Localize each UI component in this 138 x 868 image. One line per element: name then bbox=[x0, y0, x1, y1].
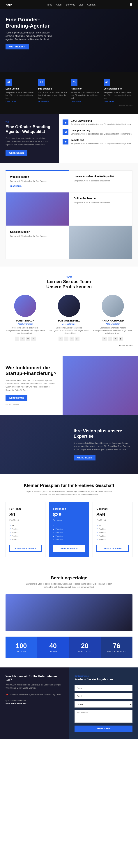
service-4-title: Sozialen Medien bbox=[10, 230, 64, 233]
step-2-number: 02 bbox=[38, 79, 45, 86]
contact-phone-label: Quick-Support-Nummer (+99 6904 5698 56) bbox=[5, 700, 63, 705]
branding-item-3-text: Sample text. Click to select the text bo… bbox=[71, 142, 132, 145]
stats-section: Beratungserfolge Sample text. Click to s… bbox=[0, 566, 138, 668]
twitter-icon-2[interactable]: t bbox=[64, 337, 68, 341]
step-4-title: Gestaltungslinien bbox=[104, 88, 133, 90]
step-1-link[interactable]: LESE MEHR bbox=[5, 100, 35, 102]
pricing-team-btn[interactable]: Kostenlos hochladen bbox=[9, 545, 42, 552]
team-credit: Bild von Unsplash bbox=[5, 345, 133, 346]
branding-item-2: ▣ Datenplatzierung Sample text. Click to… bbox=[62, 129, 134, 135]
team-section: Team Lernen Sie das TeamUnsere Profis ke… bbox=[0, 267, 138, 356]
form-select-field: Wähle bbox=[75, 701, 133, 708]
service-image-1 bbox=[6, 192, 69, 225]
service-1-title: Website design bbox=[10, 175, 64, 178]
youtube-icon-3[interactable]: ▶ bbox=[119, 337, 123, 341]
startup-btn[interactable]: WEITERLESEN bbox=[5, 395, 27, 401]
service-image-2 bbox=[69, 226, 132, 259]
twitter-icon-3[interactable]: t bbox=[108, 337, 112, 341]
pricing-section: Kleiner Preisplan für Ihr kreatives Gesc… bbox=[0, 474, 138, 566]
pricing-header: Kleiner Preisplan für Ihr kreatives Gesc… bbox=[5, 483, 133, 496]
team-name-1: MARIA BRAUN bbox=[5, 319, 45, 322]
steps-section: 01 Logo Design Sample text. Click to sel… bbox=[0, 72, 138, 114]
team-member-2: BOB GREENFIELD Geschäftsführer Über sein… bbox=[49, 295, 89, 341]
form-select[interactable]: Wähle bbox=[75, 701, 133, 708]
service-2-text: Sample text. Click to select the Text El… bbox=[74, 179, 128, 182]
contact-right-title: Fordern Sie ein Angebot an bbox=[75, 678, 133, 681]
branding-title: Eine Gründer-Branding-Agentur Weltqualit… bbox=[5, 124, 53, 134]
pricing-business-tier: Geschäft bbox=[96, 507, 129, 510]
startup-title: Wie funktioniert die Startup-Finanzierun… bbox=[5, 365, 57, 376]
pricing-feature: Funktion bbox=[9, 534, 42, 538]
facebook-icon[interactable]: f bbox=[15, 337, 19, 341]
menu-icon[interactable]: ☰ bbox=[130, 3, 133, 7]
logo[interactable]: logo bbox=[5, 3, 12, 6]
form-name-input[interactable] bbox=[75, 685, 133, 691]
branding-item-2-text: Sample text. Click to select the text bo… bbox=[71, 132, 132, 135]
youtube-icon-2[interactable]: ▶ bbox=[75, 337, 80, 341]
pricing-team-tier: Für Team bbox=[9, 507, 42, 510]
nav-contact[interactable]: Contact bbox=[87, 3, 95, 6]
stat-clients-number: 40 bbox=[39, 642, 67, 650]
step-1-number: 01 bbox=[5, 79, 12, 86]
contact-left-description: Viverra Arcu felis Bibendum ut tristique… bbox=[5, 683, 63, 690]
facebook-icon-2[interactable]: f bbox=[58, 337, 63, 341]
instagram-icon[interactable]: in bbox=[26, 337, 30, 341]
startup-image bbox=[62, 356, 138, 415]
location-icon: 📍 bbox=[5, 693, 9, 696]
branding-icon-1: ◈ bbox=[62, 120, 68, 125]
team-grid: MARIA BRAUN Agentur-Gründer Über seine K… bbox=[5, 295, 133, 341]
step-3-link[interactable]: LESE MEHR bbox=[71, 100, 100, 102]
nav-blog[interactable]: Blog bbox=[79, 3, 84, 6]
stat-clients: 40 CLIENTS bbox=[37, 637, 69, 658]
stat-clients-label: CLIENTS bbox=[39, 651, 67, 653]
team-title: Lernen Sie das TeamUnsere Profis kennen bbox=[5, 279, 133, 289]
pricing-team-features: 11 Funktion Funktion Funktion Funktion bbox=[9, 524, 42, 541]
services-section: Website design Sample text. Click to sel… bbox=[0, 163, 138, 267]
form-submit-button[interactable]: EINREICHEN bbox=[75, 725, 133, 732]
service-image-left bbox=[5, 192, 69, 226]
team-member-3: ANNA RICHMOND Abteilungsleiter Über sein… bbox=[93, 295, 133, 341]
pricing-personal-btn[interactable]: Jährlich fortführen bbox=[53, 545, 85, 552]
team-member-1: MARIA BRAUN Agentur-Gründer Über seine K… bbox=[5, 295, 45, 341]
nav-links: Home About Services Blog Contact bbox=[46, 3, 95, 6]
contact-phone-sublabel: Quick-Support-Nummer bbox=[5, 700, 63, 702]
branding-item-3: ◉ Sample text Sample text. Click to sele… bbox=[62, 138, 134, 145]
form-message-input[interactable] bbox=[75, 710, 133, 722]
service-1-link[interactable]: LESE MEHR › bbox=[10, 185, 22, 187]
pricing-feature: Funktion bbox=[96, 538, 129, 541]
pricing-business-btn[interactable]: Jährlich fortführen bbox=[96, 545, 129, 552]
team-desc-2: Über seine Karriere und weitere Errungen… bbox=[49, 327, 89, 335]
vision-btn[interactable]: WEITERLESEN bbox=[74, 455, 95, 461]
pricing-feature: Funktion bbox=[96, 527, 129, 531]
twitter-icon[interactable]: t bbox=[20, 337, 25, 341]
branding-btn[interactable]: WEITERLESEN bbox=[5, 150, 27, 156]
startup-section: Wie funktioniert die Startup-Finanzierun… bbox=[0, 356, 138, 415]
team-desc-3: Über seine Karriere und weitere Errungen… bbox=[93, 327, 133, 335]
step-4-link[interactable]: LESE MEHR bbox=[104, 100, 133, 102]
pricing-feature: Funktion bbox=[53, 534, 85, 538]
hero-cta-button[interactable]: WEITERLESEN bbox=[5, 44, 29, 50]
team-name-2: BOB GREENFIELD bbox=[49, 319, 89, 322]
branding-item-2-title: Datenplatzierung bbox=[71, 129, 132, 132]
instagram-icon-2[interactable]: in bbox=[70, 337, 74, 341]
pricing-feature: Funktion bbox=[53, 527, 85, 531]
team-socials-1: f t in ▶ bbox=[5, 337, 45, 341]
pricing-business: Geschäft $59 Pro Monat 11 Funktion Funkt… bbox=[92, 502, 133, 557]
step-2-link[interactable]: LESE MEHR bbox=[38, 100, 67, 102]
stat-team-label: UNSER TEAM bbox=[71, 651, 99, 653]
team-avatar-1 bbox=[14, 295, 36, 317]
nav-home[interactable]: Home bbox=[46, 3, 52, 6]
nav-about[interactable]: About bbox=[56, 3, 62, 6]
facebook-icon-3[interactable]: f bbox=[102, 337, 107, 341]
service-3-text: Sample text. Click to select the Text El… bbox=[74, 201, 128, 204]
team-name-3: ANNA RICHMOND bbox=[93, 319, 133, 322]
instagram-icon-3[interactable]: in bbox=[113, 337, 118, 341]
form-email-input[interactable] bbox=[75, 693, 133, 699]
pricing-feature: 11 bbox=[96, 524, 129, 527]
stats-header: Beratungserfolge Sample text. Click to s… bbox=[5, 576, 133, 589]
youtube-icon[interactable]: ▶ bbox=[31, 337, 36, 341]
hero-section: Eine Gründer-Branding-Agentur Pulvinar p… bbox=[0, 9, 138, 72]
nav-services[interactable]: Services bbox=[66, 3, 75, 6]
steps-grid: 01 Logo Design Sample text. Click to sel… bbox=[5, 79, 133, 102]
pricing-feature: Funktion bbox=[9, 527, 42, 531]
